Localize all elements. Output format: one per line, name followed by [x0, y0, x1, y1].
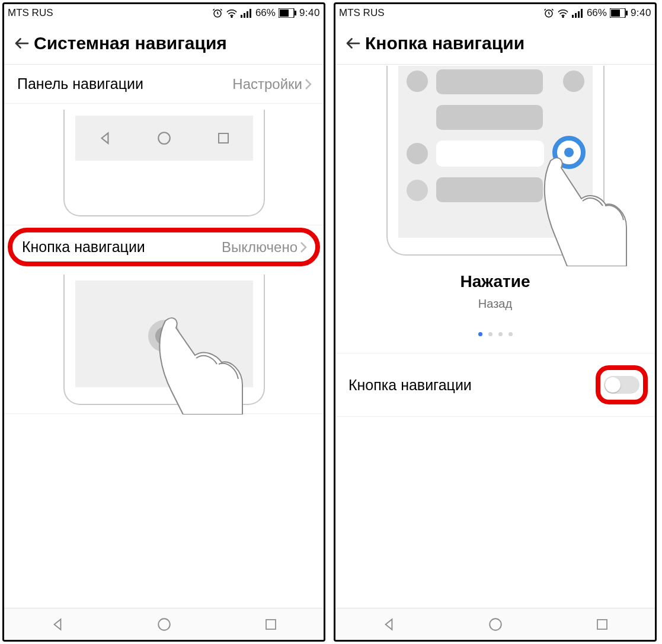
svg-point-1 [231, 16, 232, 17]
svg-point-14 [562, 16, 564, 17]
wifi-icon [226, 8, 238, 18]
status-bar: MTS RUS 66% 9:40 [4, 4, 324, 22]
svg-rect-21 [626, 11, 628, 15]
wifi-icon [557, 8, 569, 18]
status-bar: MTS RUS 66% 9:40 [335, 4, 655, 22]
battery-pct: 66% [255, 7, 276, 19]
signal-icon [241, 8, 252, 18]
back-arrow-icon [13, 34, 31, 52]
svg-rect-5 [250, 9, 251, 18]
sys-back-icon[interactable] [381, 617, 396, 632]
system-nav-bar [4, 608, 324, 640]
clock: 9:40 [299, 7, 320, 19]
svg-rect-3 [244, 13, 245, 18]
svg-rect-2 [241, 15, 242, 18]
gesture-caption-sub: Назад [335, 297, 655, 311]
alarm-icon [543, 8, 554, 18]
alarm-icon [212, 8, 223, 18]
system-nav-bar [335, 608, 655, 640]
app-header: Системная навигация [4, 22, 324, 65]
svg-rect-23 [597, 620, 607, 629]
sys-recent-icon[interactable] [264, 617, 278, 632]
svg-rect-17 [578, 11, 580, 18]
svg-rect-8 [295, 11, 296, 15]
toggle-knob [605, 377, 621, 393]
pager-dot-3[interactable] [498, 332, 503, 336]
nav-button-toggle-row: Кнопка навигации [335, 353, 655, 417]
nav-button-label: Кнопка навигации [22, 238, 145, 256]
pager-dot-4[interactable] [509, 332, 513, 336]
phone-screen-2: MTS RUS 66% 9:40 Кнопка навигации [334, 2, 657, 642]
nav-button-value: Выключено [222, 239, 307, 256]
back-button[interactable] [341, 34, 365, 52]
sys-back-icon[interactable] [50, 617, 65, 632]
page-title: Системная навигация [34, 33, 227, 53]
battery-pct: 66% [587, 7, 607, 19]
svg-rect-10 [219, 133, 228, 143]
app-header: Кнопка навигации [335, 22, 655, 65]
back-button[interactable] [10, 34, 34, 52]
status-icons: 66% 9:40 [543, 7, 651, 19]
svg-point-11 [159, 619, 171, 630]
carrier-label: MTS RUS [8, 7, 53, 19]
gesture-caption: Нажатие Назад [335, 256, 655, 319]
nav-recent-icon [216, 131, 231, 145]
page-title: Кнопка навигации [365, 33, 525, 53]
pager-dot-2[interactable] [488, 332, 492, 336]
phone-screen-1: MTS RUS 66% 9:40 Системная навигация Пан… [2, 2, 325, 642]
clock: 9:40 [631, 7, 651, 19]
status-icons: 66% 9:40 [212, 7, 320, 19]
svg-rect-7 [280, 9, 289, 17]
svg-rect-16 [575, 13, 577, 18]
pager-dot-1[interactable] [478, 332, 482, 336]
sys-home-icon[interactable] [488, 617, 503, 632]
svg-point-9 [159, 132, 171, 144]
nav-home-icon [156, 130, 172, 146]
nav-button-row[interactable]: Кнопка навигации Выключено [8, 228, 320, 266]
nav-panel-label: Панель навигации [17, 75, 143, 93]
gesture-illustration [335, 65, 655, 256]
nav-button-toggle-label: Кнопка навигации [348, 377, 472, 394]
sys-recent-icon[interactable] [595, 617, 609, 632]
battery-icon [279, 8, 296, 18]
svg-rect-4 [247, 11, 248, 18]
nav-panel-row[interactable]: Панель навигации Настройки [4, 65, 324, 104]
chevron-right-icon [300, 241, 307, 253]
toggle-highlight [596, 365, 648, 404]
nav-panel-value: Настройки [232, 76, 312, 93]
nav-panel-illustration [4, 104, 324, 225]
carrier-label: MTS RUS [339, 7, 385, 19]
sys-home-icon[interactable] [156, 617, 172, 632]
signal-icon [572, 8, 584, 18]
svg-rect-12 [266, 620, 276, 629]
nav-button-illustration [4, 269, 324, 414]
svg-rect-15 [572, 15, 574, 18]
pager-dots[interactable] [335, 319, 655, 353]
svg-rect-20 [611, 9, 620, 17]
gesture-caption-title: Нажатие [335, 272, 655, 291]
back-arrow-icon [344, 34, 362, 52]
battery-icon [610, 8, 628, 18]
nav-button-toggle[interactable] [604, 376, 639, 394]
chevron-right-icon [305, 78, 312, 90]
svg-rect-18 [581, 9, 583, 18]
svg-point-22 [490, 619, 502, 630]
nav-back-icon [97, 130, 113, 146]
